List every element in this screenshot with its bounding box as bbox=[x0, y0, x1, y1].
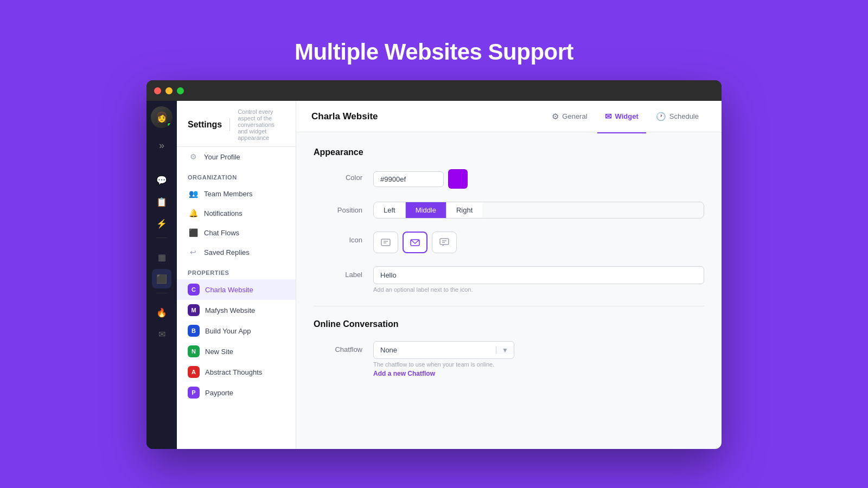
tab-schedule[interactable]: 🕐 Schedule bbox=[648, 107, 706, 126]
chat-flows-item[interactable]: ⬛ Chat Flows bbox=[177, 223, 296, 242]
organization-section-label: Organization bbox=[177, 166, 296, 184]
browser-body: 👩 » 💬 📋 ⚡ ▦ ⬛ 🔥 ✉ Settings Control every… bbox=[146, 101, 722, 449]
team-members-item[interactable]: 👥 Team Members bbox=[177, 184, 296, 203]
table-icon[interactable]: ▦ bbox=[152, 247, 171, 267]
minimize-button[interactable] bbox=[165, 87, 173, 94]
position-group: Left Middle Right bbox=[373, 202, 704, 219]
icon-control bbox=[373, 232, 704, 253]
charla-website-label: Charla Website bbox=[205, 286, 253, 294]
select-arrow-icon: ▼ bbox=[496, 346, 514, 354]
abstract-badge: A bbox=[188, 366, 200, 378]
browser-titlebar bbox=[146, 80, 722, 101]
your-profile-item[interactable]: ⚙ Your Profile bbox=[177, 147, 296, 166]
build-your-app-label: Build Your App bbox=[205, 327, 251, 335]
team-icon: 👥 bbox=[188, 188, 199, 199]
page-heading: Multiple Websites Support bbox=[295, 39, 573, 65]
icon-option-mail[interactable] bbox=[403, 232, 427, 253]
settings-header: Settings Control every aspect of the con… bbox=[177, 101, 296, 147]
online-status-dot bbox=[167, 122, 172, 127]
build-badge: B bbox=[188, 325, 200, 337]
color-swatch[interactable] bbox=[448, 169, 468, 189]
add-chatflow-link[interactable]: Add a new Chatflow bbox=[373, 370, 435, 377]
color-text-input[interactable] bbox=[373, 171, 444, 187]
contacts-icon[interactable]: 📋 bbox=[152, 192, 171, 211]
chatflow-select-wrap: None ▼ bbox=[373, 341, 514, 359]
tab-widget[interactable]: ✉ Widget bbox=[597, 107, 646, 126]
saved-replies-item[interactable]: ↩ Saved Replies bbox=[177, 242, 296, 262]
chatflow-label: Chatflow bbox=[314, 341, 362, 354]
fire-icon[interactable]: 🔥 bbox=[152, 303, 171, 322]
payporte-item[interactable]: P Payporte bbox=[177, 382, 296, 403]
svg-rect-0 bbox=[381, 239, 390, 246]
mafysh-website-item[interactable]: M Mafysh Website bbox=[177, 300, 296, 320]
icon-option-bubble[interactable] bbox=[432, 232, 457, 253]
new-site-item[interactable]: N New Site bbox=[177, 341, 296, 362]
build-your-app-item[interactable]: B Build Your App bbox=[177, 320, 296, 341]
new-site-badge: N bbox=[188, 345, 200, 357]
browser-window: 👩 » 💬 📋 ⚡ ▦ ⬛ 🔥 ✉ Settings Control every… bbox=[146, 80, 722, 449]
color-input-row bbox=[373, 169, 704, 189]
main-content: Charla Website ⚙ General ✉ Widget 🕐 Sche… bbox=[296, 101, 722, 449]
position-control: Left Middle Right bbox=[373, 202, 704, 219]
your-profile-label: Your Profile bbox=[204, 153, 240, 161]
chatflow-icon: ⬛ bbox=[188, 227, 199, 238]
website-name: Charla Website bbox=[311, 111, 378, 122]
position-row: Position Left Middle Right bbox=[314, 202, 704, 219]
general-tab-label: General bbox=[562, 112, 587, 120]
color-control bbox=[373, 169, 704, 189]
position-left-button[interactable]: Left bbox=[374, 202, 406, 218]
expand-icon[interactable]: » bbox=[152, 136, 171, 155]
saved-replies-label: Saved Replies bbox=[204, 248, 250, 256]
mafysh-badge: M bbox=[188, 304, 200, 316]
schedule-tab-label: Schedule bbox=[669, 112, 699, 120]
settings-widget-icon[interactable]: ⬛ bbox=[152, 269, 171, 288]
profile-icon: ⚙ bbox=[188, 151, 199, 162]
label-hint: Add an optional label next to the icon. bbox=[373, 286, 704, 293]
section-divider bbox=[314, 306, 704, 306]
online-conversation-title: Online Conversation bbox=[314, 319, 704, 329]
team-members-label: Team Members bbox=[204, 190, 253, 198]
appearance-section-title: Appearance bbox=[314, 147, 704, 157]
chatflow-row: Chatflow None ▼ The chatflow to use when… bbox=[314, 341, 704, 378]
icon-group bbox=[373, 232, 704, 253]
reply-icon: ↩ bbox=[188, 247, 199, 258]
notifications-label: Notifications bbox=[204, 209, 242, 217]
position-label: Position bbox=[314, 202, 362, 214]
schedule-tab-icon: 🕐 bbox=[656, 112, 666, 121]
color-label: Color bbox=[314, 169, 362, 182]
tab-general[interactable]: ⚙ General bbox=[544, 107, 595, 126]
position-right-button[interactable]: Right bbox=[446, 202, 482, 218]
settings-top-bar: Charla Website ⚙ General ✉ Widget 🕐 Sche… bbox=[296, 101, 722, 132]
automation-icon[interactable]: ⚡ bbox=[152, 214, 171, 233]
maximize-button[interactable] bbox=[177, 87, 184, 94]
general-tab-icon: ⚙ bbox=[552, 112, 559, 121]
abstract-thoughts-item[interactable]: A Abstract Thoughts bbox=[177, 362, 296, 382]
properties-section-label: Properties bbox=[177, 262, 296, 279]
notifications-item[interactable]: 🔔 Notifications bbox=[177, 203, 296, 223]
settings-title: Settings bbox=[188, 120, 222, 130]
new-site-label: New Site bbox=[205, 348, 233, 356]
color-row: Color bbox=[314, 169, 704, 189]
chatflow-select[interactable]: None bbox=[374, 342, 496, 358]
abstract-thoughts-label: Abstract Thoughts bbox=[205, 368, 262, 376]
position-middle-button[interactable]: Middle bbox=[406, 202, 446, 218]
mail-icon[interactable]: ✉ bbox=[152, 324, 171, 344]
icon-option-chat[interactable] bbox=[373, 232, 398, 253]
settings-description: Control every aspect of the conversation… bbox=[238, 108, 285, 141]
payporte-label: Payporte bbox=[205, 389, 233, 397]
label-text-input[interactable] bbox=[373, 266, 704, 284]
close-button[interactable] bbox=[154, 87, 161, 94]
charla-website-item[interactable]: C Charla Website bbox=[177, 279, 296, 300]
chat-flows-label: Chat Flows bbox=[204, 229, 239, 237]
mafysh-website-label: Mafysh Website bbox=[205, 306, 255, 314]
label-label: Label bbox=[314, 266, 362, 279]
charla-badge: C bbox=[188, 284, 200, 296]
content-area: Appearance Color Position bbox=[296, 132, 722, 406]
chatflow-control: None ▼ The chatflow to use when your tea… bbox=[373, 341, 704, 378]
avatar[interactable]: 👩 bbox=[151, 106, 173, 128]
conversations-icon[interactable]: 💬 bbox=[152, 170, 171, 190]
widget-tab-icon: ✉ bbox=[605, 112, 612, 121]
tabs-row: ⚙ General ✉ Widget 🕐 Schedule bbox=[544, 107, 706, 126]
widget-tab-label: Widget bbox=[615, 112, 639, 120]
settings-sidebar: Settings Control every aspect of the con… bbox=[177, 101, 296, 449]
